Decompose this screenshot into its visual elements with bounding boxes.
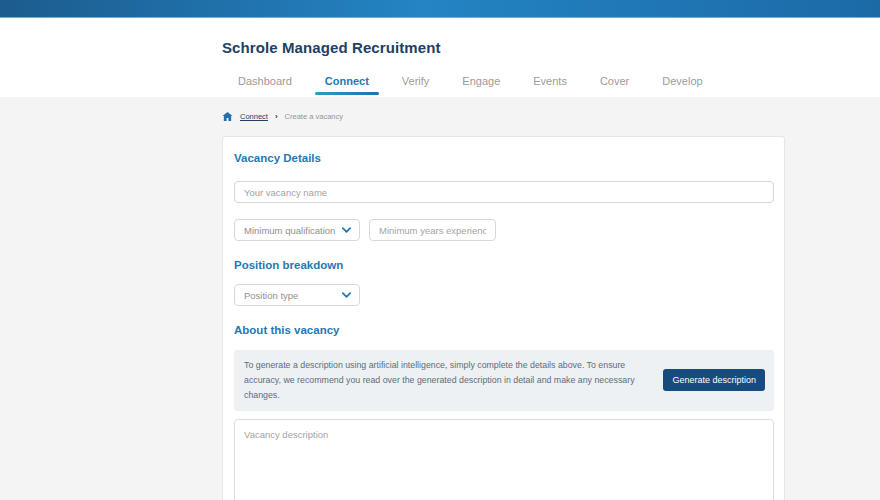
ai-description-banner: To generate a description using artifici… — [234, 350, 774, 411]
tab-engage[interactable]: Engage — [452, 71, 510, 97]
minimum-qualification-select[interactable]: Minimum qualification — [234, 219, 360, 241]
chevron-down-icon — [342, 292, 351, 298]
section-position-breakdown: Position breakdown — [234, 259, 774, 271]
home-icon[interactable] — [222, 111, 233, 122]
top-gradient-bar — [0, 0, 880, 18]
vacancy-description-textarea[interactable] — [234, 419, 774, 500]
tab-cover[interactable]: Cover — [590, 71, 639, 97]
tab-develop[interactable]: Develop — [652, 71, 712, 97]
generate-description-button[interactable]: Generate description — [663, 369, 765, 391]
section-about-this-vacancy: About this vacancy — [234, 324, 774, 336]
position-type-select[interactable]: Position type — [234, 284, 360, 306]
tab-events[interactable]: Events — [523, 71, 577, 97]
chevron-down-icon — [342, 227, 351, 233]
vacancy-name-input[interactable] — [234, 181, 774, 203]
main-nav: Dashboard Connect Verify Engage Events C… — [228, 71, 785, 97]
minimum-qualification-placeholder: Minimum qualification — [244, 225, 335, 236]
chevron-right-icon: › — [275, 112, 278, 121]
breadcrumb-current: Create a vacancy — [285, 112, 343, 121]
tab-dashboard[interactable]: Dashboard — [228, 71, 302, 97]
app-header: Schrole Managed Recruitment Dashboard Co… — [0, 18, 880, 97]
qualification-row: Minimum qualification — [234, 219, 774, 241]
page-title: Schrole Managed Recruitment — [222, 39, 785, 56]
breadcrumb: Connect › Create a vacancy — [222, 97, 785, 122]
breadcrumb-link-connect[interactable]: Connect — [240, 112, 268, 121]
ai-banner-text: To generate a description using artifici… — [244, 358, 649, 403]
page-body: Connect › Create a vacancy Vacancy Detai… — [0, 97, 880, 500]
minimum-years-experience-input[interactable] — [369, 219, 496, 241]
tab-connect[interactable]: Connect — [315, 71, 379, 97]
tab-verify[interactable]: Verify — [392, 71, 440, 97]
section-vacancy-details: Vacancy Details — [234, 137, 774, 164]
position-type-placeholder: Position type — [244, 290, 298, 301]
vacancy-form-card: Vacancy Details Minimum qualification Po… — [222, 136, 785, 500]
